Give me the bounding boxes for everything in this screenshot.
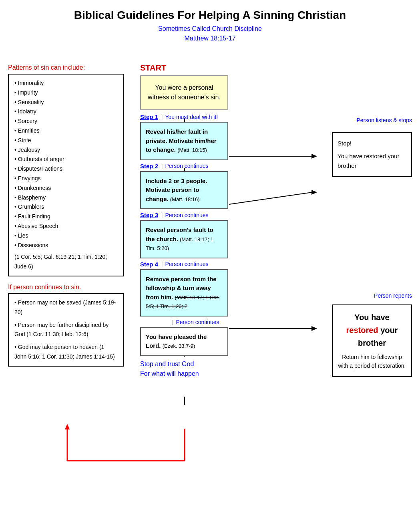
list-item: • Immorality xyxy=(14,79,118,88)
svg-marker-11 xyxy=(311,326,317,331)
step3-box: Reveal person's fault to the church. (Ma… xyxy=(140,220,228,258)
step2-note: Person continues xyxy=(165,163,208,169)
subtitle: Sometimes Called Church Discipline Matth… xyxy=(0,24,420,43)
step2-label: Step 2 xyxy=(140,163,158,169)
subtitle-line1: Sometimes Called Church Discipline xyxy=(0,24,420,34)
list-item: • Enmities xyxy=(14,126,118,136)
step3-header: Step 3 | Person continues xyxy=(140,212,228,218)
list-item: • Grumblers xyxy=(14,202,118,212)
list-item: • Strife xyxy=(14,136,118,145)
svg-marker-15 xyxy=(65,424,70,429)
svg-line-8 xyxy=(229,192,312,204)
step1-box: Reveal his/her fault in private. Motivat… xyxy=(140,122,228,160)
list-item: • Idolatry xyxy=(14,107,118,117)
list-item: • Envyings xyxy=(14,174,118,183)
stop-line2: You have restored your brother xyxy=(338,151,406,171)
start-label: START xyxy=(140,63,228,73)
step4-header: Step 4 | Person continues xyxy=(140,261,228,268)
patterns-box: • Immorality • Impurity • Sensuality • I… xyxy=(8,74,124,276)
step2-box: Include 2 or 3 people. Motivate person t… xyxy=(140,171,228,210)
svg-marker-7 xyxy=(311,154,317,159)
list-item: • Person may not be saved (James 5:19-20… xyxy=(14,298,118,317)
list-item: • Jealousy xyxy=(14,145,118,155)
svg-marker-9 xyxy=(311,190,317,195)
patterns-ref: (1 Cor. 5:5; Gal. 6:19-21; 1 Tim. 1:20; … xyxy=(14,252,118,272)
step4-label: Step 4 xyxy=(140,261,158,268)
step5-header: | Person continues xyxy=(140,319,228,325)
step2-header: Step 2 | Person continues xyxy=(140,163,228,169)
person-repents-label: Person repents xyxy=(374,292,412,299)
patterns-list: • Immorality • Impurity • Sensuality • I… xyxy=(14,79,118,250)
list-item: • Sensuality xyxy=(14,98,118,107)
left-column: Patterns of sin can include: • Immoralit… xyxy=(8,64,124,367)
person-listens-label: Person listens & stops xyxy=(356,117,412,123)
stop-box: Stop! You have restored your brother xyxy=(332,132,412,177)
start-box: You were a personal witness of someone's… xyxy=(140,75,228,110)
flow-area: START You were a personal witness of som… xyxy=(140,63,228,379)
stop-line1: Stop! xyxy=(338,139,406,148)
list-item: • Sorcery xyxy=(14,117,118,126)
step4-note: Person continues xyxy=(165,261,208,267)
step1-label: Step 1 xyxy=(140,113,158,120)
list-item: • Dissensions xyxy=(14,241,118,250)
step1-header: Step 1 | You must deal with it! xyxy=(140,113,228,120)
step4-box: Remove person from the fellowship & turn… xyxy=(140,269,228,316)
step1-note: You must deal with it! xyxy=(165,114,218,120)
step5-box: You have pleased the Lord. (Ezek. 33:7-9… xyxy=(140,327,228,356)
list-item: • Person may be further disciplined by G… xyxy=(14,321,118,340)
step5-note: Person continues xyxy=(176,319,219,325)
list-item: • Lies xyxy=(14,231,118,241)
step3-note: Person continues xyxy=(165,212,208,218)
restored-title: You have restored your brother xyxy=(338,311,406,349)
list-item: • Fault Finding xyxy=(14,212,118,222)
subtitle-line2: Matthew 18:15-17 xyxy=(0,34,420,43)
continues-box: • Person may not be saved (James 5:19-20… xyxy=(8,293,124,367)
list-item: • God may take person to heaven (1 John … xyxy=(14,343,118,362)
list-item: • Impurity xyxy=(14,88,118,98)
list-item: • Outbursts of anger xyxy=(14,155,118,164)
step3-label: Step 3 xyxy=(140,212,158,218)
list-item: • Drunkenness xyxy=(14,183,118,193)
list-item: • Disputes/Factions xyxy=(14,164,118,174)
stop-trust-text: Stop and trust GodFor what will happen xyxy=(140,359,228,379)
restored-body: Return him to fellowship with a period o… xyxy=(338,353,406,371)
list-item: • Abusive Speech xyxy=(14,222,118,231)
list-item: • Blasphemy xyxy=(14,193,118,203)
continues-label: If person continues to sin. xyxy=(8,284,124,291)
patterns-label: Patterns of sin can include: xyxy=(8,64,124,71)
page-title: Biblical Guidelines For Helping A Sinnin… xyxy=(0,8,420,22)
restored-box: You have restored your brother Return hi… xyxy=(332,304,412,377)
